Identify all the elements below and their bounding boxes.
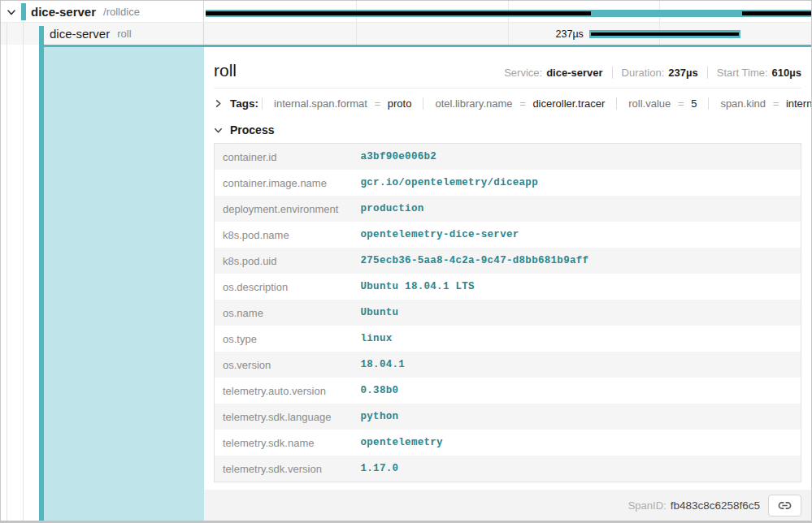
span-duration-bar-rolldice[interactable] <box>206 10 811 17</box>
process-value: 0.38b0 <box>353 378 801 404</box>
process-label: Process <box>230 123 274 136</box>
process-value: 1.17.0 <box>353 456 801 482</box>
process-key: deployment.environment <box>215 196 353 222</box>
jaeger-trace-detail-window: dice-server /rolldice dice-server roll 2… <box>0 0 812 523</box>
service-name: dice-server <box>31 5 96 19</box>
span-detail-card: roll Service: dice-server Duration: 237µ… <box>204 47 811 490</box>
tag-equals: = <box>773 97 779 110</box>
span-bar-core <box>591 32 740 36</box>
span-detail-footer: SpanID: fb483c8c6258f6c5 <box>204 490 811 521</box>
tag-key: roll.value <box>628 97 671 110</box>
process-key: os.type <box>215 326 353 352</box>
process-key: os.name <box>215 300 353 326</box>
tags-accordion[interactable]: Tags: internal.span.format = proto otel.… <box>214 89 801 119</box>
span-detail-panel: roll Service: dice-server Duration: 237µ… <box>204 45 811 521</box>
process-keyvalues-table: container.id a3bf90e006b2 container.imag… <box>214 143 801 482</box>
process-table-row: telemetry.sdk.language python <box>215 404 801 430</box>
span-id-label: SpanID: <box>628 499 667 512</box>
separator <box>612 67 613 79</box>
process-key: telemetry.auto.version <box>215 378 353 404</box>
link-icon <box>778 499 792 512</box>
process-key: os.version <box>215 352 353 378</box>
process-key: container.image.name <box>215 170 353 196</box>
span-detail-header: roll Service: dice-server Duration: 237µ… <box>214 47 801 88</box>
process-key: telemetry.sdk.language <box>215 404 353 430</box>
tags-label: Tags: <box>230 97 258 110</box>
process-key: telemetry.sdk.version <box>215 456 353 482</box>
tag-item: roll.value = 5 <box>616 97 708 110</box>
tag-item: span.kind = internal <box>708 97 811 110</box>
process-value: 275ecb36-5aa8-4c2a-9c47-d8bb681b9aff <box>353 248 801 274</box>
span-bar-core <box>742 11 811 15</box>
service-label: Service: <box>504 67 542 79</box>
process-table-row: container.image.name gcr.io/opentelemetr… <box>215 170 801 196</box>
span-title: roll <box>214 61 237 80</box>
operation-name: /rolldice <box>103 6 140 18</box>
tag-item: internal.span.format = proto <box>262 97 423 110</box>
process-value: Ubuntu <box>353 300 801 326</box>
tag-value: 5 <box>691 97 697 110</box>
selected-span-highlight <box>44 45 204 521</box>
tag-key: span.kind <box>720 97 766 110</box>
span-name-cell-roll[interactable]: dice-server roll <box>1 23 204 45</box>
span-bar-core <box>206 11 591 15</box>
process-value: production <box>353 196 801 222</box>
start-time-value: 610µs <box>772 67 801 79</box>
service-value: dice-server <box>546 67 602 79</box>
collapse-chevron-down-icon[interactable] <box>7 7 16 17</box>
span-row-rolldice[interactable]: dice-server /rolldice <box>1 1 811 23</box>
process-table-row: telemetry.auto.version 0.38b0 <box>215 378 801 404</box>
timeline-cell-rolldice <box>204 1 811 22</box>
deep-link-button[interactable] <box>768 495 801 517</box>
service-name: dice-server <box>50 27 110 41</box>
tag-item: otel.library.name = diceroller.tracer <box>423 97 616 110</box>
chevron-down-icon <box>214 126 223 135</box>
process-key: os.description <box>215 274 353 300</box>
start-time-label: Start Time: <box>717 67 768 79</box>
process-value: python <box>353 404 801 430</box>
span-summary-stats: Service: dice-server Duration: 237µs Sta… <box>504 67 801 79</box>
span-detail-left-strip <box>1 45 204 521</box>
process-key: k8s.pod.name <box>215 222 353 248</box>
process-value: opentelemetry-dice-server <box>353 222 801 248</box>
indent-guide <box>23 23 24 45</box>
process-key: k8s.pod.uid <box>215 248 353 274</box>
span-row-roll[interactable]: dice-server roll 237µs <box>1 23 811 45</box>
indent-guide <box>7 45 7 521</box>
indent-guide <box>23 45 24 521</box>
span-detail-row: roll Service: dice-server Duration: 237µ… <box>1 45 811 521</box>
span-duration-label: 237µs <box>204 28 584 40</box>
process-key: telemetry.sdk.name <box>215 430 353 456</box>
tag-key: otel.library.name <box>435 97 512 110</box>
span-name-cell-rolldice[interactable]: dice-server /rolldice <box>1 1 204 22</box>
span-id-value: fb483c8c6258f6c5 <box>671 499 760 512</box>
process-table-row: os.version 18.04.1 <box>215 352 801 378</box>
tag-value: diceroller.tracer <box>532 97 605 110</box>
timeline-cell-roll: 237µs <box>204 23 811 45</box>
indent-guide <box>7 23 7 45</box>
process-table-row: telemetry.sdk.version 1.17.0 <box>215 456 801 482</box>
tag-value: internal <box>786 97 811 110</box>
tag-key: internal.span.format <box>274 97 367 110</box>
process-table-row: k8s.pod.uid 275ecb36-5aa8-4c2a-9c47-d8bb… <box>215 248 801 274</box>
chevron-right-icon <box>214 99 223 108</box>
process-value: gcr.io/opentelemetry/diceapp <box>353 170 801 196</box>
separator <box>707 67 708 79</box>
process-accordion[interactable]: Process <box>214 119 801 143</box>
process-value: Ubuntu 18.04.1 LTS <box>353 274 801 300</box>
tag-equals: = <box>678 97 684 110</box>
duration-label: Duration: <box>622 67 665 79</box>
span-color-bar <box>39 26 44 45</box>
process-table-row: telemetry.sdk.name opentelemetry <box>215 430 801 456</box>
process-table-row: os.description Ubuntu 18.04.1 LTS <box>215 274 801 300</box>
span-color-bar <box>21 3 26 20</box>
duration-value: 237µs <box>668 67 697 79</box>
operation-name: roll <box>117 28 131 40</box>
process-key: container.id <box>215 144 353 171</box>
span-duration-bar-roll[interactable] <box>589 30 741 38</box>
process-table-row: container.id a3bf90e006b2 <box>215 144 801 171</box>
process-value: 18.04.1 <box>353 352 801 378</box>
process-value: linux <box>353 326 801 352</box>
process-table-row: os.type linux <box>215 326 801 352</box>
process-value: opentelemetry <box>353 430 801 456</box>
